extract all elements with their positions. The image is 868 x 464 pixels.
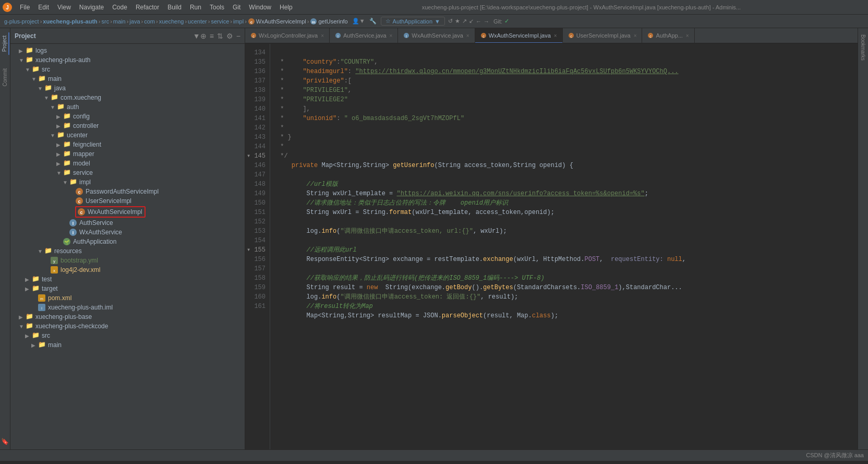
tree-item-src[interactable]: ▼ 📁 src (10, 65, 245, 74)
tree-item-base[interactable]: ▶ 📁 xuecheng-plus-base (10, 312, 245, 322)
tree-item-wxauthserviceimpl[interactable]: c WxAuthServiceImpl (10, 206, 245, 218)
project-tab[interactable]: Project (1, 32, 9, 55)
tree-item-main[interactable]: ▼ 📁 main (10, 74, 245, 84)
tab-wxlogincontroller[interactable]: c WxLoginController.java × (245, 28, 330, 43)
tree-item-userservice[interactable]: c UserServiceImpl (10, 196, 245, 206)
menu-run[interactable]: Run (186, 3, 206, 12)
toolbar-refresh[interactable]: ↺ (448, 18, 453, 25)
tree-item-authservice[interactable]: I AuthService (10, 218, 245, 228)
tree-item-checkcode-main[interactable]: ▶ 📁 main (10, 340, 245, 350)
toolbar-btn1[interactable]: ★ (455, 18, 460, 25)
commit-tab[interactable]: Commit (1, 65, 9, 89)
folder-icon: 📁 (31, 65, 40, 74)
panel-icon-minimize[interactable]: − (236, 32, 240, 40)
tab-close-wxauthserviceimpl[interactable]: × (554, 33, 557, 39)
folder-icon: 📁 (25, 313, 33, 321)
panel-title: Project (15, 32, 190, 40)
tree-item-checkcode[interactable]: ▼ 📁 xuecheng-plus-checkcode (10, 322, 245, 331)
svg-text:c: c (78, 189, 80, 195)
branch-selector[interactable]: ☆AuthApplication▼ (381, 17, 445, 26)
tree-item-auth[interactable]: ▼ 📁 xuecheng-plus-auth (10, 55, 245, 65)
tree-arrow: ▼ (50, 133, 56, 138)
tab-close-userserviceimpl[interactable]: × (634, 33, 637, 39)
tree-item-feignclient[interactable]: ▶ 📁 feignclient (10, 140, 245, 149)
tab-close-wxauthservice[interactable]: × (466, 33, 469, 39)
tree-item-java[interactable]: ▼ 📁 java (10, 84, 245, 93)
folder-icon: 📁 (25, 322, 33, 330)
toolbar-btn2[interactable]: ↗ (462, 18, 467, 25)
toolbar-forward[interactable]: → (484, 18, 489, 25)
tree-item-iml[interactable]: i xuecheng-plus-auth.iml (10, 303, 245, 312)
tab-close-authapp[interactable]: × (686, 33, 689, 39)
tree-arrow: ▼ (19, 57, 25, 63)
tab-userserviceimpl[interactable]: c UserServiceImpl.java × (563, 28, 643, 43)
left-side-tabs: Project Commit 🔖 (0, 28, 10, 449)
menu-refactor[interactable]: Refactor (131, 3, 163, 12)
bookmarks-tab-right[interactable]: Bookmarks (859, 32, 867, 63)
panel-icon-collapse[interactable]: ≡ (210, 32, 214, 40)
tree-item-wxauthservice[interactable]: I WxAuthService (10, 228, 245, 237)
tab-wxauthservice[interactable]: I WxAuthService.java × (398, 28, 475, 43)
status-bar: CSDN @清风微凉 aaa (0, 449, 868, 461)
tree-item-logs[interactable]: ▶ 📁 logs (10, 46, 245, 55)
class-icon: c (248, 18, 255, 25)
toolbar-btn3[interactable]: ↙ (469, 18, 474, 25)
interface-tab-icon: I (335, 32, 341, 39)
editor-tabs: c WxLoginController.java × I AuthService… (245, 28, 858, 44)
tab-close-wxlogincontroller[interactable]: × (321, 33, 324, 39)
tree-item-impl[interactable]: ▼ 📁 impl (10, 177, 245, 187)
tree-item-auth-pkg[interactable]: ▼ 📁 auth (10, 102, 245, 112)
tab-wxauthserviceimpl[interactable]: c WxAuthServiceImpl.java × (475, 28, 563, 43)
class-tab-icon2: c (480, 32, 487, 39)
git-label: Git: (493, 18, 502, 25)
tree-item-pom[interactable]: m pom.xml (10, 293, 245, 303)
tree-item-test[interactable]: ▶ 📁 test (10, 275, 245, 284)
tree-item-config[interactable]: ▶ 📁 config (10, 112, 245, 121)
tree-item-bootstrap[interactable]: y bootstrap.yml (10, 256, 245, 265)
panel-icon-add[interactable]: ⊕ (200, 32, 207, 40)
menu-git[interactable]: Git (228, 3, 245, 12)
tree-item-com-xuecheng[interactable]: ▼ 📁 com.xuecheng (10, 93, 245, 102)
tree-arrow: ▶ (56, 123, 63, 129)
panel-icons: ⊕ ≡ ⇅ ⚙ − (200, 32, 240, 40)
tree-item-service[interactable]: ▼ 📁 service (10, 168, 245, 177)
menu-help[interactable]: Help (275, 3, 297, 12)
menu-view[interactable]: View (53, 3, 75, 12)
file-tree[interactable]: ▶ 📁 logs ▼ 📁 xuecheng-plus-auth ▼ 📁 src (10, 44, 245, 449)
panel-icon-settings[interactable]: ⚙ (226, 32, 233, 40)
menu-build[interactable]: Build (163, 3, 186, 12)
code-editor: 134 135 136 137 138 139 140 141 142 143 … (245, 44, 858, 449)
code-content[interactable]: * "country":"COUNTRY", * "headimgurl": "… (270, 44, 858, 449)
tree-item-controller[interactable]: ▶ 📁 controller (10, 121, 245, 130)
class-tab-icon3: c (568, 32, 574, 39)
spring-icon: 🌱 (63, 237, 71, 246)
tree-item-authapplication[interactable]: 🌱 AuthApplication (10, 237, 245, 246)
bookmarks-tab[interactable]: 🔖 (1, 438, 9, 445)
panel-icon-sort[interactable]: ⇅ (217, 32, 223, 40)
tree-item-ucenter[interactable]: ▼ 📁 ucenter (10, 130, 245, 140)
menu-tools[interactable]: Tools (206, 3, 228, 12)
tree-item-checkcode-src[interactable]: ▶ 📁 src (10, 331, 245, 340)
menu-window[interactable]: Window (245, 3, 275, 12)
toolbar-back[interactable]: ← (476, 18, 481, 25)
menu-code[interactable]: Code (108, 3, 131, 12)
tree-item-passwordauth[interactable]: c PasswordAuthServiceImpl (10, 187, 245, 196)
tree-arrow: ▶ (56, 151, 63, 157)
git-status: ✓ (504, 18, 509, 25)
menu-edit[interactable]: Edit (34, 3, 53, 12)
tree-item-model[interactable]: ▶ 📁 model (10, 159, 245, 168)
menu-file[interactable]: File (16, 3, 34, 12)
tab-authapp[interactable]: c AuthApp... × (642, 28, 694, 43)
folder-icon: 📁 (25, 46, 33, 55)
tree-item-log4j2[interactable]: x log4j2-dev.xml (10, 265, 245, 275)
method-icon: m (310, 18, 317, 25)
tree-item-mapper[interactable]: ▶ 📁 mapper (10, 149, 245, 159)
menu-navigate[interactable]: Navigate (75, 3, 108, 12)
svg-text:🌱: 🌱 (64, 240, 69, 245)
tab-close-authservice[interactable]: × (390, 33, 393, 39)
interface-icon2: I (69, 228, 77, 236)
panel-dropdown[interactable]: ▼ (193, 32, 200, 40)
tree-item-target[interactable]: ▶ 📁 target (10, 284, 245, 293)
tab-authservice[interactable]: I AuthService.java × (330, 28, 398, 43)
tree-item-resources[interactable]: ▼ 📁 resources (10, 246, 245, 256)
